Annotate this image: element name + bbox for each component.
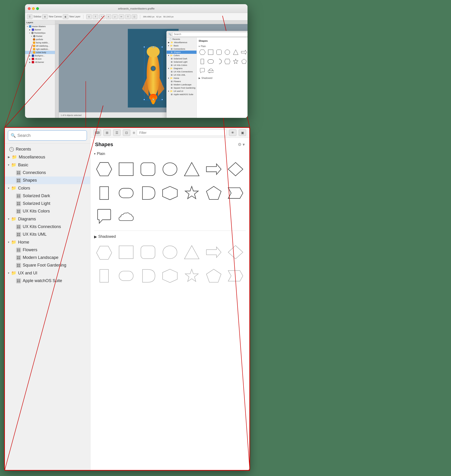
bp-tree-item-shapes[interactable]: Shapes xyxy=(5,177,90,184)
bp-shape-star[interactable] xyxy=(182,183,202,203)
bp-shadow-d-shape[interactable] xyxy=(138,266,158,286)
shape-rounded-rect[interactable] xyxy=(215,49,223,55)
shape-hexagon2[interactable] xyxy=(224,58,231,65)
shape-crescent[interactable] xyxy=(215,58,223,65)
layer-item-right-stab[interactable]: right stabilizin... xyxy=(25,48,55,51)
tool-b[interactable]: ▱ xyxy=(112,14,118,19)
bp-tree-item-square-foot[interactable]: Square Foot Gardening xyxy=(5,261,90,269)
stencil-search-input[interactable] xyxy=(172,32,248,37)
bp-filter-input[interactable] xyxy=(137,129,227,136)
layer-item-porthole[interactable]: porthole xyxy=(25,38,55,41)
bp-shadow-rounded-rect[interactable] xyxy=(138,242,158,262)
bp-shape-hexagon[interactable] xyxy=(94,159,114,179)
new-layer-button[interactable]: ◧ xyxy=(63,14,68,19)
shape-cloud[interactable] xyxy=(207,68,214,74)
bp-shape-right-arrow[interactable] xyxy=(204,159,224,179)
layer-item-left-stab[interactable]: left stabilizing... xyxy=(25,44,55,48)
bp-shadow-pentagon[interactable] xyxy=(204,266,224,286)
stencil-item-ux-ui[interactable]: ▾ 📁 UX and UI xyxy=(167,90,196,93)
layer-item-master-blasters[interactable]: ▾ Master Blasters xyxy=(25,25,55,28)
bp-view-detail-button[interactable]: ⊡ xyxy=(123,129,130,136)
bp-shadow-circle[interactable] xyxy=(160,242,180,262)
minimize-button[interactable] xyxy=(32,7,35,10)
new-canvas-button[interactable]: ⊞ xyxy=(42,14,48,19)
shape-hexagon[interactable] xyxy=(199,49,206,55)
stencil-item-flowers[interactable]: ⊞ Flowers xyxy=(167,80,196,83)
layer-item-rocketship[interactable]: ▾ Rocketship ▸ xyxy=(25,31,55,35)
bp-shadow-chevron[interactable] xyxy=(226,266,246,286)
bp-shadow-triangle[interactable] xyxy=(182,242,202,262)
bp-tree-item-colors[interactable]: ▾ 📁 Colors xyxy=(5,184,90,192)
bp-tree-item-basic[interactable]: ▾ 📁 Basic xyxy=(5,161,90,169)
tool-a[interactable]: A xyxy=(106,14,111,19)
bp-shape-circle[interactable] xyxy=(160,159,180,179)
bp-preview-button[interactable]: 👁 xyxy=(229,129,236,136)
bp-shape-cloud[interactable] xyxy=(116,207,136,227)
bp-tree-item-flowers[interactable]: Flowers xyxy=(5,246,90,254)
bp-shape-speech-bubble[interactable] xyxy=(94,207,114,227)
stencil-item-modern-landscape[interactable]: ⊞ Modern Landscape xyxy=(167,83,196,86)
bp-shape-pentagon[interactable] xyxy=(204,183,224,203)
bp-shape-rounded-rect[interactable] xyxy=(138,159,158,179)
layer-item-facing[interactable]: facing stabiliz... xyxy=(25,41,55,44)
bp-shape-chevron[interactable] xyxy=(226,183,246,203)
bp-shadow-tall-rect[interactable] xyxy=(94,266,114,286)
layer-item-rocket[interactable]: ▾ Rocket xyxy=(25,35,55,38)
shape-triangle[interactable] xyxy=(232,49,239,55)
bp-tree-item-ux-kits-connections[interactable]: UX Kits Connections xyxy=(5,223,90,231)
bp-tree-item-apple-watchos[interactable]: Apple watchOS Suite xyxy=(5,277,90,285)
bp-view-list-button[interactable]: ☰ xyxy=(113,129,120,136)
maximize-button[interactable] xyxy=(36,7,39,10)
tool-e[interactable]: ⟨⟩ xyxy=(132,14,137,19)
canvas-area[interactable]: 1 of 6 objects selected 294% Fit in Wind… xyxy=(55,20,248,118)
shape-stadium[interactable] xyxy=(207,58,214,65)
shape-arrow-right[interactable] xyxy=(240,49,248,55)
tool-d[interactable]: T xyxy=(125,14,131,19)
layer-item-background[interactable]: ▶ Backgrou... xyxy=(25,54,55,57)
shape-star[interactable] xyxy=(232,58,239,65)
bp-shadow-diamond[interactable] xyxy=(226,242,246,262)
bp-tree-item-modern-landscape[interactable]: Modern Landscape xyxy=(5,254,90,261)
bp-shape-stadium[interactable] xyxy=(116,183,136,203)
shape-tall-rect[interactable] xyxy=(199,58,206,65)
bp-shadow-arrow[interactable] xyxy=(204,242,224,262)
stencil-item-diagrams[interactable]: ▾ 📁 Diagrams xyxy=(167,67,196,70)
stencil-item-apple-watchos[interactable]: ⊞ Apple watchOS Suite xyxy=(167,93,196,96)
bp-tree-item-solarized-light[interactable]: Solarized Light xyxy=(5,200,90,207)
stencil-item-solarized-light[interactable]: ⊞ Solarized Light xyxy=(167,60,196,64)
bp-panel-button[interactable]: ▣ xyxy=(239,129,246,136)
bp-shape-square[interactable] xyxy=(116,159,136,179)
stencil-item-connections[interactable]: ⊞ Connections xyxy=(167,47,196,51)
stencil-item-miscellaneous[interactable]: ▶ 📁 Miscellaneous xyxy=(167,41,196,44)
sidebar-toggle-button[interactable]: ☰ xyxy=(27,14,32,19)
cursor-button[interactable]: ↖ xyxy=(99,14,105,19)
tool-c[interactable]: ✏ xyxy=(119,14,124,19)
shape-circle[interactable] xyxy=(224,49,231,55)
bp-shadow-square[interactable] xyxy=(116,242,136,262)
shape-square[interactable] xyxy=(207,49,214,55)
bp-tree-item-home[interactable]: ▾ 📁 Home xyxy=(5,238,90,246)
bp-shape-d-shape[interactable] xyxy=(138,183,158,203)
bp-shadow-hexagon2[interactable] xyxy=(160,266,180,286)
bp-shadow-star[interactable] xyxy=(182,266,202,286)
bp-view-code-button[interactable]: ⌨ xyxy=(94,129,101,136)
stencil-item-home[interactable]: ▾ 📁 Home xyxy=(167,77,196,80)
stencil-item-ux-kits-connections[interactable]: ⊞ UX Kits Connections xyxy=(167,70,196,73)
stencil-item-recents[interactable]: 🕐 Recents xyxy=(167,38,196,41)
bp-shape-triangle[interactable] xyxy=(182,159,202,179)
close-button[interactable] xyxy=(28,7,31,10)
stencil-item-square-foot[interactable]: ⊞ Square Foot Gardening xyxy=(167,86,196,90)
bp-shape-diamond[interactable] xyxy=(226,159,246,179)
stencil-item-basic[interactable]: ▾ 📁 Basic xyxy=(167,44,196,47)
stencil-item-ux-kits-colors[interactable]: ⊞ UX Kits Colors xyxy=(167,64,196,67)
bp-shape-hexagon2[interactable] xyxy=(160,183,180,203)
bp-tree-item-diagrams[interactable]: ▾ 📁 Diagrams xyxy=(5,215,90,223)
stencil-item-colors[interactable]: ▾ 📁 Colors xyxy=(167,54,196,57)
bp-tree-item-solarized-dark[interactable]: Solarized Dark xyxy=(5,192,90,200)
layer-item-ab-icon[interactable]: ▶ AB.icon xyxy=(25,57,55,61)
bp-tree-item-ux-kits-colors[interactable]: UX Kits Colors xyxy=(5,207,90,215)
layer-item-ab-banner[interactable]: ▶ AB.banner xyxy=(25,61,55,64)
tools-button[interactable]: T xyxy=(93,14,98,19)
stencil-item-ux-kits-uml[interactable]: ⊞ UX Kits UML xyxy=(167,73,196,77)
bp-tree-item-misc[interactable]: ▶ 📁 Miscellaneous xyxy=(5,153,90,161)
